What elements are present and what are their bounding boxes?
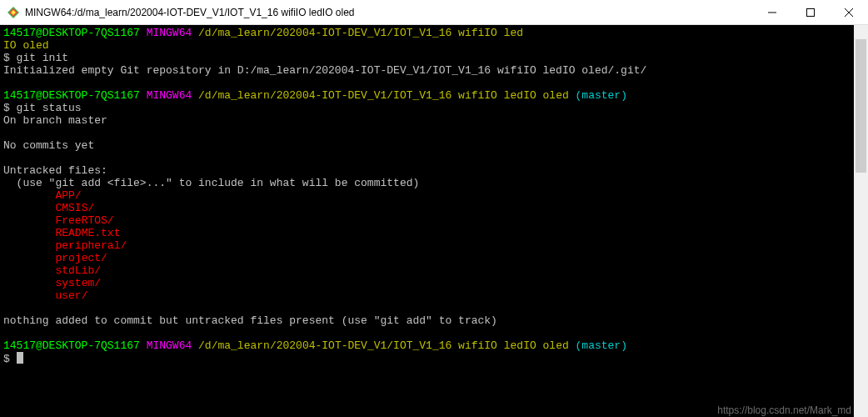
- untracked-file: CMSIS/: [55, 202, 94, 214]
- untracked-file: project/: [55, 252, 107, 264]
- app-icon: [7, 6, 20, 19]
- cursor-icon: [17, 352, 23, 364]
- window-title: MINGW64:/d/ma_learn/202004-IOT-DEV_V1/IO…: [25, 7, 753, 18]
- prompt-shell: MINGW64: [147, 89, 192, 102]
- prompt-branch: (master): [576, 339, 627, 352]
- cmd-prompt: $: [3, 353, 17, 365]
- untracked-file: stdLib/: [55, 264, 101, 277]
- status-on-branch: On branch master: [3, 114, 107, 127]
- untracked-file: FreeRTOS/: [55, 214, 113, 227]
- status-untracked-hint: (use "git add <file>..." to include in w…: [3, 177, 419, 189]
- untracked-file: README.txt: [55, 227, 120, 239]
- status-untracked-header: Untracked files:: [3, 164, 107, 177]
- scrollbar-thumb[interactable]: [856, 39, 866, 173]
- untracked-file: APP/: [55, 189, 81, 202]
- untracked-file: user/: [55, 289, 87, 302]
- window-controls: [753, 0, 868, 24]
- status-no-commits: No commits yet: [3, 139, 94, 152]
- prompt-path: /d/ma_learn/202004-IOT-DEV_V1/IOT_V1_16 …: [198, 89, 569, 102]
- maximize-button[interactable]: [791, 0, 830, 24]
- close-button[interactable]: [830, 0, 868, 24]
- prompt-user-host: 14517@DESKTOP-7QS1167: [3, 89, 140, 102]
- minimize-button[interactable]: [753, 0, 791, 24]
- prompt-path-wrap: IO oled: [3, 39, 49, 52]
- prompt-path: /d/ma_learn/202004-IOT-DEV_V1/IOT_V1_16 …: [198, 339, 569, 352]
- untracked-file: system/: [55, 277, 101, 289]
- cmd-prompt: $: [3, 102, 17, 114]
- cmd-prompt: $: [3, 52, 17, 64]
- prompt-branch: (master): [576, 89, 627, 102]
- prompt-shell: MINGW64: [147, 27, 192, 39]
- vertical-scrollbar[interactable]: [854, 25, 868, 417]
- output-line: Initialized empty Git repository in D:/m…: [3, 64, 646, 77]
- terminal-output[interactable]: 14517@DESKTOP-7QS1167 MINGW64 /d/ma_lear…: [0, 25, 854, 417]
- window-titlebar: MINGW64:/d/ma_learn/202004-IOT-DEV_V1/IO…: [0, 0, 868, 25]
- prompt-shell: MINGW64: [147, 339, 192, 352]
- status-nothing-added: nothing added to commit but untracked fi…: [3, 314, 497, 327]
- prompt-user-host: 14517@DESKTOP-7QS1167: [3, 27, 140, 39]
- cmd-text: git status: [17, 102, 82, 114]
- svg-rect-4: [807, 8, 815, 16]
- prompt-user-host: 14517@DESKTOP-7QS1167: [3, 339, 140, 352]
- untracked-file: peripheral/: [55, 239, 127, 252]
- cmd-text: git init: [17, 52, 68, 64]
- prompt-path: /d/ma_learn/202004-IOT-DEV_V1/IOT_V1_16 …: [198, 27, 523, 39]
